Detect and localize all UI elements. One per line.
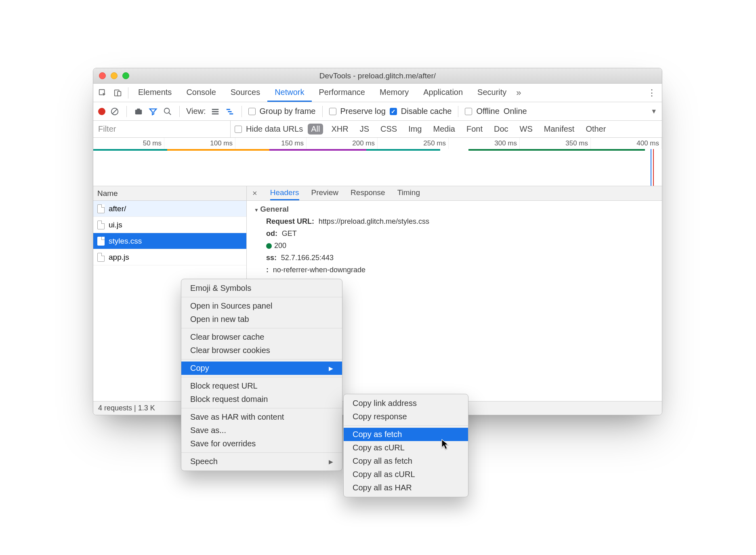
filter-type-all[interactable]: All bbox=[308, 124, 323, 135]
request-row[interactable]: ui.js bbox=[93, 217, 246, 233]
svg-point-7 bbox=[164, 108, 170, 113]
menu-item-block-request-url[interactable]: Block request URL bbox=[181, 379, 342, 393]
offline-checkbox[interactable] bbox=[465, 108, 472, 115]
request-row[interactable]: styles.css bbox=[93, 233, 246, 249]
filter-type-xhr[interactable]: XHR bbox=[328, 124, 351, 135]
filter-type-js[interactable]: JS bbox=[357, 124, 372, 135]
detail-tab-preview[interactable]: Preview bbox=[311, 186, 339, 200]
menu-item-copy-as-curl[interactable]: Copy as cURL bbox=[344, 441, 468, 454]
offline-option[interactable]: Offline bbox=[465, 107, 499, 116]
filter-type-media[interactable]: Media bbox=[430, 124, 458, 135]
menu-item-save-as-har-with-content[interactable]: Save as HAR with content bbox=[181, 410, 342, 424]
svg-rect-5 bbox=[135, 109, 142, 114]
timeline-tick: 200 ms bbox=[307, 138, 378, 149]
menu-item-clear-browser-cache[interactable]: Clear browser cache bbox=[181, 330, 342, 344]
close-window-button[interactable] bbox=[99, 72, 106, 79]
record-button[interactable] bbox=[98, 108, 105, 115]
svg-rect-2 bbox=[118, 91, 121, 96]
menu-item-copy-as-fetch[interactable]: Copy as fetch bbox=[344, 428, 468, 441]
throttling-dropdown-icon[interactable]: ▼ bbox=[651, 108, 657, 115]
filter-bar: Hide data URLs AllXHRJSCSSImgMediaFontDo… bbox=[93, 121, 662, 138]
panel-tab-elements[interactable]: Elements bbox=[131, 84, 179, 102]
menu-item-copy-all-as-fetch[interactable]: Copy all as fetch bbox=[344, 454, 468, 468]
filter-type-css[interactable]: CSS bbox=[377, 124, 400, 135]
zoom-window-button[interactable] bbox=[122, 72, 129, 79]
request-method-value: GET bbox=[282, 229, 297, 238]
mouse-cursor-icon bbox=[441, 439, 448, 449]
filter-type-ws[interactable]: WS bbox=[517, 124, 536, 135]
request-name: after/ bbox=[109, 204, 126, 213]
panel-tab-memory[interactable]: Memory bbox=[372, 84, 416, 102]
filter-type-font[interactable]: Font bbox=[463, 124, 486, 135]
menu-item-copy[interactable]: Copy▶ bbox=[181, 362, 342, 375]
name-column-header[interactable]: Name bbox=[93, 186, 246, 201]
file-icon bbox=[97, 237, 105, 246]
menu-item-emoji-symbols[interactable]: Emoji & Symbols bbox=[181, 282, 342, 295]
close-detail-icon[interactable]: × bbox=[250, 189, 260, 198]
panel-tab-console[interactable]: Console bbox=[179, 84, 223, 102]
filter-type-img[interactable]: Img bbox=[405, 124, 425, 135]
separator bbox=[458, 106, 458, 117]
panel-tab-security[interactable]: Security bbox=[470, 84, 514, 102]
file-icon bbox=[97, 204, 105, 213]
menu-item-block-request-domain[interactable]: Block request domain bbox=[181, 393, 342, 406]
menu-item-copy-response[interactable]: Copy response bbox=[344, 410, 468, 423]
menu-item-save-as[interactable]: Save as... bbox=[181, 424, 342, 437]
minimize-window-button[interactable] bbox=[111, 72, 118, 79]
search-icon[interactable] bbox=[162, 106, 173, 117]
submenu-arrow-icon: ▶ bbox=[329, 365, 333, 372]
menu-item-clear-browser-cookies[interactable]: Clear browser cookies bbox=[181, 344, 342, 357]
separator bbox=[126, 106, 127, 117]
group-by-frame-option[interactable]: Group by frame bbox=[248, 107, 316, 116]
filter-toggle-icon[interactable] bbox=[148, 106, 158, 117]
general-section-header[interactable]: General bbox=[254, 205, 655, 214]
separator bbox=[179, 106, 180, 117]
request-row[interactable]: after/ bbox=[93, 201, 246, 217]
hide-data-urls-checkbox[interactable] bbox=[235, 126, 242, 133]
filter-input[interactable] bbox=[93, 121, 231, 137]
timeline-tick: 150 ms bbox=[235, 138, 307, 149]
detail-tab-headers[interactable]: Headers bbox=[270, 186, 299, 200]
more-panels-icon[interactable]: » bbox=[516, 88, 521, 98]
svg-rect-9 bbox=[212, 109, 218, 110]
filter-type-other[interactable]: Other bbox=[582, 124, 609, 135]
menu-item-copy-link-address[interactable]: Copy link address bbox=[344, 397, 468, 410]
devtools-window: DevTools - preload.glitch.me/after/ Elem… bbox=[93, 68, 662, 415]
filter-type-manifest[interactable]: Manifest bbox=[541, 124, 578, 135]
device-toolbar-icon[interactable] bbox=[112, 87, 124, 99]
large-rows-icon[interactable] bbox=[210, 106, 220, 117]
menu-item-open-in-sources-panel[interactable]: Open in Sources panel bbox=[181, 299, 342, 313]
panel-tab-application[interactable]: Application bbox=[416, 84, 470, 102]
menu-item-copy-all-as-har[interactable]: Copy all as HAR bbox=[344, 481, 468, 494]
disable-cache-checkbox[interactable] bbox=[390, 108, 397, 115]
panel-tab-network[interactable]: Network bbox=[267, 84, 311, 102]
hide-data-urls-option[interactable]: Hide data URLs bbox=[235, 124, 303, 134]
group-by-frame-checkbox[interactable] bbox=[248, 108, 256, 115]
capture-screenshots-icon[interactable] bbox=[133, 106, 144, 117]
network-timeline[interactable]: 50 ms100 ms150 ms200 ms250 ms300 ms350 m… bbox=[93, 138, 662, 186]
filter-type-doc[interactable]: Doc bbox=[491, 124, 512, 135]
disable-cache-option[interactable]: Disable cache bbox=[390, 107, 452, 116]
clear-icon[interactable] bbox=[109, 106, 120, 117]
menu-item-save-for-overrides[interactable]: Save for overrides bbox=[181, 437, 342, 450]
svg-rect-13 bbox=[228, 111, 231, 112]
settings-kebab-icon[interactable]: ⋮ bbox=[647, 88, 656, 98]
inspect-element-icon[interactable] bbox=[97, 87, 109, 99]
timeline-tick: 250 ms bbox=[378, 138, 449, 149]
preserve-log-checkbox[interactable] bbox=[329, 108, 336, 115]
detail-tab-response[interactable]: Response bbox=[351, 186, 385, 200]
throttling-online-label[interactable]: Online bbox=[504, 107, 527, 116]
request-row[interactable]: app.js bbox=[93, 249, 246, 265]
panel-tab-performance[interactable]: Performance bbox=[312, 84, 373, 102]
menu-item-copy-all-as-curl[interactable]: Copy all as cURL bbox=[344, 468, 468, 481]
menu-item-speech[interactable]: Speech▶ bbox=[181, 455, 342, 468]
menu-item-open-in-new-tab[interactable]: Open in new tab bbox=[181, 313, 342, 326]
request-name: ui.js bbox=[109, 221, 122, 229]
network-split-view: Name after/ui.jsstyles.cssapp.js × Heade… bbox=[93, 186, 662, 401]
svg-rect-14 bbox=[229, 113, 233, 114]
waterfall-view-icon[interactable] bbox=[225, 106, 235, 117]
request-name: styles.css bbox=[109, 237, 142, 246]
detail-tab-timing[interactable]: Timing bbox=[397, 186, 420, 200]
panel-tab-sources[interactable]: Sources bbox=[223, 84, 267, 102]
preserve-log-option[interactable]: Preserve log bbox=[329, 107, 386, 116]
